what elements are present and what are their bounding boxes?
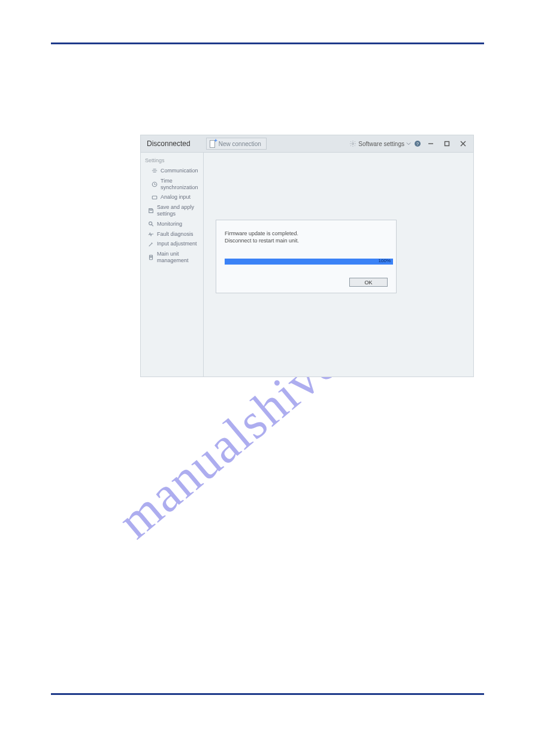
sidebar-item-label: Fault diagnosis [157, 231, 194, 238]
main-content: Firmware update is completed. Disconnect… [204, 153, 473, 377]
input-icon [152, 195, 158, 201]
ok-button-label: OK [364, 280, 372, 286]
ok-button[interactable]: OK [349, 278, 388, 287]
progress-bar: 100% [225, 259, 393, 265]
gear-icon [349, 140, 356, 147]
sidebar-item-time-sync[interactable]: Time synchronization [143, 176, 201, 193]
help-icon[interactable]: ? [414, 140, 421, 147]
page-top-rule [51, 42, 484, 44]
heartbeat-icon [148, 231, 154, 237]
svg-rect-9 [150, 209, 152, 211]
new-connection-button[interactable]: New connection [206, 138, 267, 150]
sidebar-item-label: Communication [161, 168, 198, 174]
svg-point-10 [149, 222, 152, 225]
sidebar-item-label: Time synchronization [161, 178, 200, 191]
svg-rect-8 [152, 196, 157, 199]
chevron-down-icon [406, 141, 411, 146]
sidebar-header: Settings [145, 157, 199, 163]
clock-icon [152, 181, 158, 187]
connection-status: Disconnected [147, 139, 191, 148]
minimize-button[interactable] [424, 137, 437, 150]
device-icon [148, 254, 154, 260]
adjust-icon [148, 241, 154, 247]
dialog-line1: Firmware update is completed. [225, 230, 388, 237]
sidebar-item-fault-diagnosis[interactable]: Fault diagnosis [143, 229, 201, 239]
sidebar-item-save-apply[interactable]: Save and apply settings [143, 202, 201, 219]
firmware-update-dialog: Firmware update is completed. Disconnect… [216, 220, 397, 293]
app-window: Disconnected New connection Software set… [140, 135, 474, 377]
close-button[interactable] [457, 137, 470, 150]
sidebar-item-label: Input adjustment [157, 241, 197, 247]
progress-percent: 100% [379, 258, 391, 263]
titlebar: Disconnected New connection Software set… [141, 135, 473, 153]
sidebar-item-label: Analog input [161, 194, 191, 201]
network-icon [152, 168, 158, 174]
maximize-button[interactable] [440, 137, 454, 150]
sidebar: Settings Communication Time synchronizat… [141, 153, 204, 377]
dialog-line2: Disconnect to restart main unit. [225, 237, 388, 244]
new-connection-label: New connection [219, 141, 261, 147]
sidebar-item-label: Monitoring [157, 221, 182, 227]
save-icon [148, 208, 154, 214]
sidebar-item-main-unit-mgmt[interactable]: Main unit management [143, 249, 201, 266]
new-connection-icon [209, 139, 216, 148]
dialog-message: Firmware update is completed. Disconnect… [225, 230, 388, 244]
sidebar-item-label: Main unit management [157, 251, 200, 264]
svg-text:?: ? [416, 142, 419, 146]
sidebar-item-communication[interactable]: Communication [143, 166, 201, 176]
software-settings-label: Software settings [358, 141, 404, 147]
sidebar-item-input-adjustment[interactable]: Input adjustment [143, 239, 201, 249]
sidebar-item-analog-input[interactable]: Analog input [143, 192, 201, 202]
sidebar-item-monitoring[interactable]: Monitoring [143, 219, 201, 229]
page-bottom-rule [51, 693, 484, 695]
svg-point-0 [352, 143, 354, 145]
software-settings-dropdown[interactable]: Software settings [349, 140, 411, 147]
svg-rect-4 [445, 142, 449, 146]
monitor-icon [148, 221, 154, 227]
sidebar-item-label: Save and apply settings [157, 204, 200, 217]
